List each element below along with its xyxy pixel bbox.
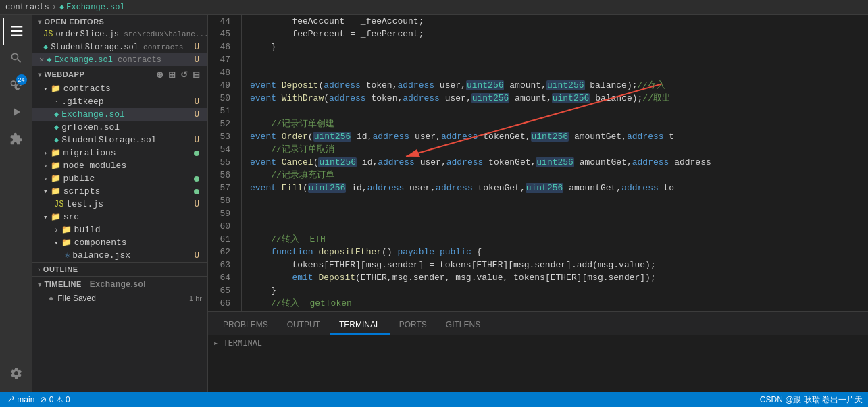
js-icon-test: JS xyxy=(54,200,63,209)
new-folder-icon[interactable]: ⊞ xyxy=(167,69,178,80)
line-num-51: 51 xyxy=(208,105,236,117)
code-content[interactable]: feeAccount = _feeAccount; feePercent = _… xyxy=(242,15,868,311)
code-line: //记录填充订单 xyxy=(250,169,868,182)
sidebar-editor-exchange[interactable]: ✕ ◆ Exchange.sol contracts U xyxy=(32,53,207,66)
folder-migrations[interactable]: › 📁 migrations xyxy=(32,146,207,159)
code-line: function depositEther() payable public { xyxy=(250,246,868,259)
file-balance-jsx[interactable]: ⚛ balance.jsx U xyxy=(32,249,207,262)
folder-public-icon: 📁 xyxy=(51,173,61,184)
code-line xyxy=(250,53,868,66)
eth-icon: ◆ xyxy=(59,2,64,12)
line-num-64: 64 xyxy=(208,271,236,284)
bottom-panel: PROBLEMS OUTPUT TERMINAL PORTS GITLENS ▸… xyxy=(208,311,868,392)
status-branch: ⎇ main xyxy=(5,395,34,404)
sol-icon-ss: ◆ xyxy=(54,135,59,145)
sidebar: ▾ OPEN EDITORS JS orderSlice.js src\redu… xyxy=(32,15,208,392)
tab-output[interactable]: OUTPUT xyxy=(278,316,330,335)
activity-settings[interactable] xyxy=(3,360,30,387)
code-line: event WithDraw(address token,address use… xyxy=(250,92,868,105)
close-icon[interactable]: ✕ xyxy=(39,55,44,65)
activity-explorer[interactable] xyxy=(3,18,30,45)
open-editors-arrow: ▾ xyxy=(38,18,42,26)
line-num-49: 49 xyxy=(208,79,236,92)
code-line: } xyxy=(250,284,868,297)
code-line xyxy=(250,194,868,207)
breadcrumb-contracts[interactable]: contracts xyxy=(5,3,49,12)
line-num-55: 55 xyxy=(208,156,236,169)
activity-extensions[interactable] xyxy=(3,126,30,153)
timeline-item-filesaved: ● File Saved 1 hr xyxy=(32,292,207,305)
tab-terminal[interactable]: TERMINAL xyxy=(330,316,390,335)
line-num-52: 52 xyxy=(208,117,236,130)
file-grtoken-sol[interactable]: ◆ grToken.sol xyxy=(32,121,207,134)
folder-contracts[interactable]: ▾ 📁 contracts xyxy=(32,82,207,95)
outline-header[interactable]: › OUTLINE xyxy=(32,263,207,276)
editor-area: 4445464748495051525354555657585960616263… xyxy=(208,15,868,392)
code-line xyxy=(250,207,868,220)
timeline-header[interactable]: ▾ TIMELINE Exchange.sol xyxy=(32,277,207,292)
tab-ports[interactable]: PORTS xyxy=(390,316,436,335)
code-line xyxy=(250,66,868,79)
file-studentstorage-sol[interactable]: ◆ StudentStorage.sol U xyxy=(32,134,207,146)
code-line: event Order(uint256 id,address user,addr… xyxy=(250,130,868,143)
folder-migrations-icon: 📁 xyxy=(51,148,61,158)
jsx-icon: ⚛ xyxy=(65,250,70,261)
file-test-js[interactable]: JS test.js U xyxy=(32,198,207,211)
outline-section: › OUTLINE xyxy=(32,262,207,276)
new-file-icon[interactable]: ⊕ xyxy=(155,69,165,80)
folder-node-modules[interactable]: › 📁 node_modules xyxy=(32,159,207,172)
collapse-icon[interactable]: ⊟ xyxy=(191,69,202,80)
file-exchange-sol[interactable]: ◆ Exchange.sol U xyxy=(32,108,207,121)
line-num-63: 63 xyxy=(208,259,236,271)
code-line: event Fill(uint256 id,address user,addre… xyxy=(250,182,868,194)
breadcrumb-file[interactable]: ◆ Exchange.sol xyxy=(59,2,125,12)
breadcrumb-separator: › xyxy=(52,3,57,12)
line-num-48: 48 xyxy=(208,66,236,79)
line-num-46: 46 xyxy=(208,40,236,53)
terminal-content[interactable]: ▸ TERMINAL xyxy=(208,335,868,392)
tab-problems[interactable]: PROBLEMS xyxy=(213,316,278,335)
tab-gitlens[interactable]: GITLENS xyxy=(436,316,490,335)
activity-run[interactable] xyxy=(3,99,30,126)
webdapp-header[interactable]: ▾ WEBDAPP ⊕ ⊞ ↺ ⊟ xyxy=(32,66,207,82)
folder-comp-icon: 📁 xyxy=(61,238,72,248)
line-num-53: 53 xyxy=(208,130,236,143)
open-editors-header[interactable]: ▾ OPEN EDITORS xyxy=(32,15,207,28)
webdapp-actions: ⊕ ⊞ ↺ ⊟ xyxy=(155,69,202,80)
dot-scripts xyxy=(194,189,199,194)
status-bar: ⎇ main ⊘ 0 ⚠ 0 CSDN @跟 耿瑞 卷出一片天 xyxy=(0,392,868,407)
folder-public[interactable]: › 📁 public xyxy=(32,172,207,185)
code-line: //转入 ETH xyxy=(250,233,868,246)
source-control-badge: 24 xyxy=(16,74,27,85)
line-num-62: 62 xyxy=(208,246,236,259)
status-errors: ⊘ 0 ⚠ 0 xyxy=(40,395,70,404)
line-num-44: 44 xyxy=(208,15,236,28)
sidebar-editor-studentstorage[interactable]: ◆ StudentStorage.sol contracts U xyxy=(32,40,207,53)
dot-modified xyxy=(194,151,199,156)
line-num-59: 59 xyxy=(208,207,236,220)
line-num-47: 47 xyxy=(208,53,236,66)
save-icon: ● xyxy=(49,294,53,303)
sol-icon-gr: ◆ xyxy=(54,122,59,132)
code-line: //记录订单创建 xyxy=(250,117,868,130)
folder-icon: 📁 xyxy=(51,84,61,94)
code-line: event Deposit(address token,address user… xyxy=(250,79,868,92)
line-numbers: 4445464748495051525354555657585960616263… xyxy=(208,15,242,311)
sidebar-editor-orderslice[interactable]: JS orderSlice.js src\redux\balanc... U xyxy=(32,28,207,40)
activity-search[interactable] xyxy=(3,45,30,72)
line-num-45: 45 xyxy=(208,28,236,40)
file-gitkeep[interactable]: · .gitkeep U xyxy=(32,95,207,108)
dot-public xyxy=(194,176,199,182)
line-num-54: 54 xyxy=(208,143,236,156)
activity-source-control[interactable]: 24 xyxy=(3,72,30,99)
sol-icon-e: ◆ xyxy=(47,55,51,65)
folder-build-icon: 📁 xyxy=(61,225,72,235)
folder-build[interactable]: › 📁 build xyxy=(32,223,207,236)
folder-src[interactable]: ▾ 📁 src xyxy=(32,211,207,223)
line-num-60: 60 xyxy=(208,220,236,233)
folder-scripts[interactable]: ▾ 📁 scripts xyxy=(32,185,207,198)
folder-components[interactable]: ▾ 📁 components xyxy=(32,236,207,249)
refresh-icon[interactable]: ↺ xyxy=(179,69,190,80)
code-line: //转入 getToken xyxy=(250,297,868,310)
line-num-50: 50 xyxy=(208,92,236,105)
